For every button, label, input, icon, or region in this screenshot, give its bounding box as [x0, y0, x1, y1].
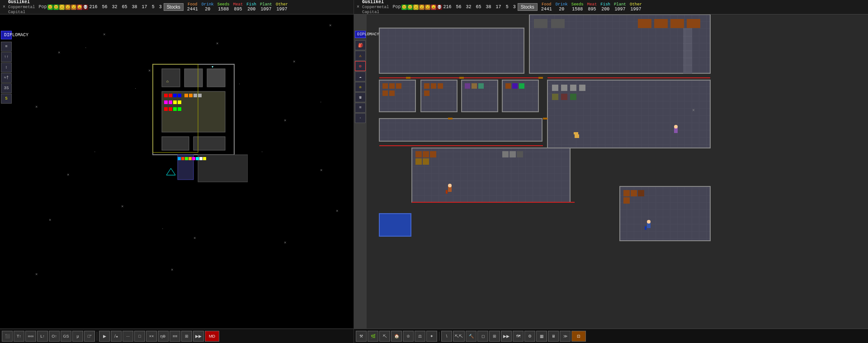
right-sidebar-icon-extra2[interactable]: ·	[355, 113, 366, 123]
right-sidebar-icon-alert[interactable]: ⚠	[355, 51, 366, 61]
right-fortress-sub: Coppermetal	[362, 5, 389, 10]
right-tool-build[interactable]: 🏠	[391, 331, 402, 342]
right-tool-special3[interactable]: ▦	[536, 331, 547, 342]
left-tool-mu[interactable]: μ	[72, 331, 83, 342]
right-pop-section: Pop 😊 😊 😐 😟 😟 😠 💀 216 56 32 65 38	[392, 5, 515, 10]
right-tool-special5[interactable]: ≫	[560, 331, 571, 342]
left-tool-box[interactable]: □"	[84, 331, 95, 342]
right-tool-mine[interactable]: ⚒	[356, 331, 367, 342]
right-tool-right[interactable]: ▶▶	[501, 331, 512, 342]
left-tool-ot[interactable]: O↑	[49, 331, 60, 342]
right-diplomacy-button[interactable]: DIPLOMACY	[355, 31, 366, 38]
right-sidebar-icon-phone[interactable]: ☎	[355, 92, 366, 102]
right-close-button[interactable]: ×	[356, 5, 360, 10]
svg-marker-26	[166, 168, 175, 175]
pop-icon-3: 😐	[59, 5, 65, 10]
right-tool-backslash[interactable]: \	[441, 331, 452, 342]
left-sidebar-icon-5[interactable]: 3S	[1, 83, 12, 93]
svg-point-110	[448, 184, 452, 187]
left-tool-grid[interactable]: ⊞	[181, 331, 192, 342]
left-tool-forward[interactable]: ▶▶	[193, 331, 204, 342]
left-map-area[interactable]: DIPLOMACY ≡ ↑↑ ↕ ≈† 3S S × × × × × × × ×…	[0, 14, 354, 329]
left-close-button[interactable]: ×	[2, 5, 6, 10]
x-marker-15: ×	[171, 268, 173, 272]
right-sidebar-icon-weather[interactable]: ☁	[355, 71, 366, 81]
right-seeds-val: 1588	[572, 7, 583, 12]
right-pop-icon-3: 😐	[413, 5, 419, 10]
right-sidebar-icon-bag[interactable]: 🎒	[355, 40, 366, 50]
right-drink-val: 20	[559, 7, 564, 12]
right-tool-plant[interactable]: 🌿	[368, 331, 378, 342]
left-sidebar-icon-3[interactable]: ↕	[1, 62, 12, 72]
left-other-stat: Other 1997	[276, 2, 288, 12]
right-tool-special6[interactable]: ⊡	[571, 331, 586, 342]
left-stocks-button[interactable]: Stocks	[164, 3, 184, 11]
svg-rect-124	[538, 77, 543, 79]
right-sidebar-icon-warning[interactable]: ⚙	[355, 61, 366, 71]
left-sidebar-icon-4[interactable]: ≈†	[1, 73, 12, 83]
left-tool-gs[interactable]: GS	[61, 331, 71, 342]
left-sidebar-icon-2[interactable]: ↑↑	[1, 52, 12, 62]
right-tool-special2[interactable]: ⚙	[524, 331, 535, 342]
left-tool-slash[interactable]: /⬥	[111, 331, 122, 342]
svg-rect-30	[189, 157, 192, 160]
left-meat-label: Meat	[233, 2, 243, 7]
svg-rect-101	[423, 158, 429, 165]
left-fortress-map[interactable]: ⌂ ▼	[139, 60, 248, 186]
right-tool-hammer[interactable]: 🔨	[466, 331, 476, 342]
left-sidebar-icon-6[interactable]: S	[1, 94, 12, 104]
left-fish-label: Fish	[246, 2, 256, 7]
svg-rect-111	[446, 190, 448, 194]
left-tool-lines[interactable]: ≡≡	[170, 331, 180, 342]
right-bottom-bar: ⚒ 🌿 ⛏ 🏠 ♔ ⚖ ✦ \ ⛏⛏ 🔨 ◻ ⊞ ▶▶ 🗺 ⚙ ▦ 🖥 ≫ ⊡	[354, 329, 868, 343]
left-fortress-capital: Capital	[8, 10, 35, 15]
left-diplomacy-button[interactable]: DIPLOMACY	[1, 31, 12, 39]
right-pop-icon-2: 😊	[407, 5, 413, 10]
right-tool-eraser[interactable]: ◻	[477, 331, 488, 342]
svg-rect-76	[431, 83, 436, 89]
left-pop-icons: 😊 😊 😐 😟 😟 😠 💀	[47, 5, 88, 10]
right-stocks-button[interactable]: Stocks	[518, 3, 538, 11]
left-drink-val: 20	[205, 7, 210, 12]
svg-rect-81	[478, 83, 484, 89]
right-tool-justice[interactable]: ⚖	[415, 331, 425, 342]
right-sidebar-icon-king[interactable]: ♔	[355, 82, 366, 92]
left-tool-aa[interactable]: ∞∞	[25, 331, 36, 342]
left-tool-designate[interactable]: ⬛	[2, 331, 13, 342]
right-toolbar-sep-1	[439, 332, 439, 341]
svg-rect-79	[465, 83, 470, 89]
svg-rect-15	[169, 100, 172, 104]
svg-rect-16	[173, 100, 177, 104]
left-tool-eta[interactable]: η⊕	[158, 331, 169, 342]
left-tool-dots[interactable]: ···	[123, 331, 133, 342]
right-map-area[interactable]: DIPLOMACY 🎒 ⚠ ⚙ ☁ ♔ ☎ ≡ ·	[354, 14, 868, 329]
right-sidebar-icon-extra1[interactable]: ≡	[355, 103, 366, 113]
right-tool-expand[interactable]: ⊞	[489, 331, 500, 342]
left-tool-arrow[interactable]: ▶	[99, 331, 110, 342]
svg-rect-107	[638, 190, 644, 196]
right-tool-special1[interactable]: 🗺	[513, 331, 524, 342]
right-tool-dig[interactable]: ⛏	[379, 331, 390, 342]
left-tool-lt[interactable]: L↑	[37, 331, 48, 342]
left-sidebar-icon-1[interactable]: ≡	[1, 42, 12, 52]
right-fortress-capital: Capital	[362, 10, 389, 15]
right-top-bar: × Gusilkel Coppermetal Capital Pop 😊 😊 😐…	[354, 0, 868, 14]
x-marker-2: ×	[103, 33, 105, 37]
right-game-map[interactable]: ×	[367, 14, 868, 329]
x-marker-6: ×	[35, 105, 38, 110]
svg-point-96	[674, 125, 678, 129]
left-tool-t1[interactable]: T↑	[14, 331, 24, 342]
left-tool-xx[interactable]: ××	[146, 331, 157, 342]
left-tool-square[interactable]: □	[134, 331, 145, 342]
right-tool-noble[interactable]: ♔	[403, 331, 414, 342]
right-tool-star[interactable]: ✦	[426, 331, 437, 342]
left-tool-md[interactable]: MD	[205, 331, 219, 342]
star-dot-1: ·	[85, 46, 87, 49]
right-tool-pickaxe2[interactable]: ⛏⛏	[453, 331, 465, 342]
left-panel: × Gusilkel Coppermetal Capital Pop 😊 😊 😐…	[0, 0, 354, 343]
right-drink-stat: Drink 20	[556, 2, 568, 12]
right-tool-special4[interactable]: 🖥	[548, 331, 559, 342]
svg-rect-22	[184, 94, 188, 97]
left-seeds-label: Seeds	[217, 2, 230, 7]
right-fish-label: Fish	[600, 2, 610, 7]
